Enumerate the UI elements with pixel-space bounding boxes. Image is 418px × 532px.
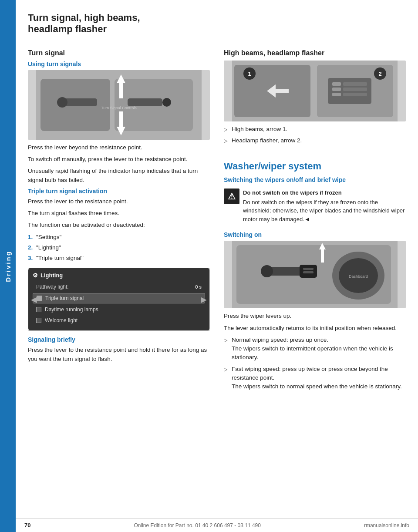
high-beams-image: 1 2 (224, 61, 406, 121)
step-1-num: 1. (28, 234, 33, 240)
turn-signal-p2: To switch off manually, press the lever … (28, 155, 210, 164)
welcome-light-item[interactable]: Welcome light (33, 316, 205, 325)
edition-text: Online Edition for Part no. 01 40 2 606 … (134, 522, 261, 529)
warning-icon: ⚠ (224, 189, 239, 204)
triple-p2: The turn signal flashes three times. (28, 209, 210, 218)
svg-rect-22 (332, 88, 341, 91)
high-beams-bullet-1: High beams, arrow 1. (224, 125, 406, 134)
nav-left-icon[interactable]: ◀ (31, 295, 37, 304)
washer-wiper-heading: Washer/wiper system (224, 161, 406, 172)
left-column: Turn signal Using turn signals (28, 49, 210, 397)
footer: 70 Online Edition for Part no. 01 40 2 6… (16, 518, 418, 532)
daytime-running-item[interactable]: Daytime running lamps (33, 305, 205, 314)
svg-rect-6 (119, 111, 123, 127)
warning-box: ⚠ Do not switch on the wipers if frozen … (224, 189, 406, 223)
svg-point-10 (162, 98, 171, 107)
triple-checkbox[interactable] (37, 296, 42, 301)
page-title-block: Turn signal, high beams, headlamp flashe… (28, 12, 406, 41)
page-title: Turn signal, high beams, headlamp flashe… (28, 12, 406, 35)
lighting-icon: ⚙ (33, 272, 38, 279)
lighting-menu-image: ⚙ Lighting Pathway light: 0 s Triple tur… (28, 268, 210, 331)
activation-steps: 1. "Settings" 2. "Lighting" 3. "Triple t… (28, 233, 210, 265)
wiper-p2: The lever automatically returns to its i… (224, 324, 406, 333)
switching-on-svg: Dashboard (224, 241, 406, 308)
wiper-bullet-2: Fast wiping speed: press up twice or pre… (224, 365, 406, 391)
svg-text:2: 2 (378, 71, 381, 77)
sidebar-label: Driving (4, 250, 12, 282)
high-beams-svg: 1 2 (224, 61, 406, 121)
svg-rect-21 (332, 82, 341, 86)
step-2: 2. "Lighting" (28, 243, 210, 252)
high-beams-heading: High beams, headlamp flasher (224, 49, 406, 57)
turn-signal-image: Turn Signal Controls (28, 70, 210, 140)
svg-text:Turn Signal Controls: Turn Signal Controls (101, 106, 137, 110)
right-column: High beams, headlamp flasher 1 2 (224, 49, 406, 397)
warning-title: Do not switch on the wipers if frozen (243, 189, 406, 197)
wiper-bullet-2-body: The wipers switch to normal speed when t… (232, 383, 402, 390)
svg-rect-38 (303, 271, 314, 273)
switching-on-image: Dashboard (224, 241, 406, 308)
main-content: Turn signal, high beams, headlamp flashe… (16, 0, 418, 409)
step-3: 3. "Triple turn signal" (28, 254, 210, 263)
step-2-num: 2. (28, 244, 33, 251)
nav-right-icon[interactable]: ▶ (201, 295, 207, 304)
step-3-num: 3. (28, 255, 33, 261)
sidebar: Driving (0, 0, 16, 532)
triple-p1: Press the lever to the resistance point. (28, 197, 210, 206)
wiper-bullet-2-title: Fast wiping speed: press up twice or pre… (232, 366, 388, 381)
switching-on-heading: Switching on (224, 231, 406, 238)
warning-body: Do not switch on the wipers if they are … (243, 198, 406, 224)
wiper-bullet-1-body: The wipers switch to intermittent operat… (232, 345, 393, 360)
triple-turn-signal-heading: Triple turn signal activation (28, 188, 210, 195)
triple-p3: The function can be activated or deactiv… (28, 221, 210, 229)
watermark-text: rmanualsonline.info (364, 522, 409, 529)
svg-rect-23 (332, 93, 341, 96)
welcome-checkbox[interactable] (36, 318, 41, 323)
svg-point-8 (57, 97, 67, 108)
wiper-bullet-1-title: Normal wiping speed: press up once. (232, 337, 328, 343)
turn-signal-svg: Turn Signal Controls (28, 70, 210, 140)
svg-rect-24 (343, 82, 367, 86)
wiper-p1: Press the wiper levers up. (224, 312, 406, 320)
step-1: 1. "Settings" (28, 233, 210, 242)
svg-rect-26 (343, 93, 367, 96)
signaling-briefly-heading: Signaling briefly (28, 336, 210, 343)
wiper-bullets: Normal wiping speed: press up once. The … (224, 336, 406, 394)
svg-rect-32 (321, 249, 324, 263)
lighting-menu-mockup: ⚙ Lighting Pathway light: 0 s Triple tur… (28, 268, 209, 331)
svg-rect-25 (343, 88, 367, 91)
svg-point-30 (261, 265, 273, 277)
high-beams-bullet-2: Headlamp flasher, arrow 2. (224, 136, 406, 145)
wiper-bullet-1: Normal wiping speed: press up once. The … (224, 336, 406, 362)
daytime-checkbox[interactable] (36, 307, 41, 312)
warning-text-block: Do not switch on the wipers if frozen Do… (243, 189, 406, 223)
step-2-text: "Lighting" (36, 244, 61, 251)
high-beams-bullets: High beams, arrow 1. Headlamp flasher, a… (224, 125, 406, 148)
menu-title: ⚙ Lighting (33, 272, 205, 279)
switching-wipers-heading: Switching the wipers on/off and brief wi… (224, 176, 406, 183)
svg-text:Dashboard: Dashboard (349, 274, 368, 279)
step-3-text: "Triple turn signal" (36, 255, 84, 261)
step-1-text: "Settings" (36, 234, 61, 240)
triple-turn-signal-item[interactable]: Triple turn signal (33, 293, 205, 303)
page-number: 70 (24, 522, 30, 529)
using-turn-signals-heading: Using turn signals (28, 61, 210, 67)
svg-rect-9 (128, 98, 162, 106)
turn-signal-p3: Unusually rapid flashing of the indicato… (28, 167, 210, 185)
svg-rect-4 (119, 83, 123, 98)
signaling-briefly-p1: Press the lever to the resistance point … (28, 346, 210, 364)
turn-signal-p1: Press the lever beyond the resistance po… (28, 143, 210, 152)
svg-rect-37 (303, 268, 314, 270)
turn-signal-heading: Turn signal (28, 49, 210, 57)
svg-text:1: 1 (248, 71, 251, 77)
pathway-item: Pathway light: 0 s (33, 282, 205, 292)
